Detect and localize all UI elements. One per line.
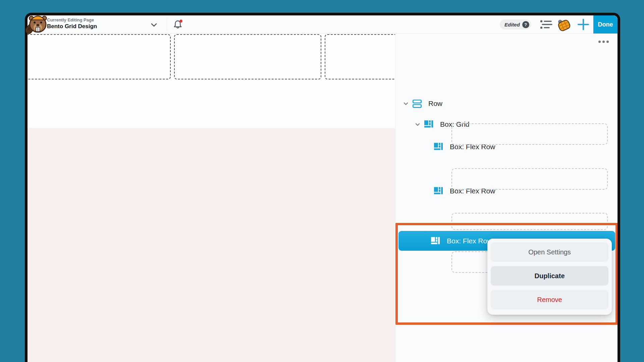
tree-dropzone-3[interactable]: [451, 213, 608, 230]
box-icon: [424, 120, 433, 129]
edited-label: Edited: [504, 22, 520, 27]
chevron-down-icon[interactable]: [402, 100, 410, 107]
outline-list-icon: [540, 19, 552, 30]
beaver-builder-logo: [25, 13, 48, 34]
tree-dropzone-2[interactable]: [451, 168, 608, 190]
top-toolbar: Currently Editing Page Bento Grid Design…: [28, 15, 618, 34]
editor-canvas: [28, 34, 395, 362]
builder-window: Currently Editing Page Bento Grid Design…: [25, 13, 620, 362]
kebab-menu-icon: [598, 41, 601, 43]
menu-item-duplicate[interactable]: Duplicate: [491, 266, 608, 286]
waffle-icon: [557, 18, 572, 32]
tree-item-label: Box: Flex Row: [447, 237, 492, 245]
context-menu: Open Settings Duplicate Remove: [487, 239, 612, 315]
box-icon: [434, 142, 443, 151]
canvas-dropzone[interactable]: [325, 34, 395, 79]
menu-item-remove[interactable]: Remove: [491, 290, 608, 309]
templates-button[interactable]: [556, 17, 572, 32]
tree-item-label: Row: [428, 100, 442, 108]
canvas-dropzone[interactable]: [174, 34, 321, 79]
outline-panel: Row Box: Grid: [395, 34, 618, 362]
chevron-down-icon: [150, 21, 158, 29]
notification-dot: [179, 20, 182, 23]
done-button[interactable]: Done: [593, 15, 618, 34]
row-icon: [412, 99, 422, 108]
context-label: Currently Editing Page: [47, 17, 94, 22]
chevron-down-icon[interactable]: [414, 121, 421, 128]
add-content-button[interactable]: [576, 18, 591, 31]
box-icon: [431, 237, 440, 245]
outline-button[interactable]: [539, 18, 553, 31]
beaver-icon: [25, 13, 48, 34]
canvas-section-pink: [28, 128, 395, 362]
bell-icon: [172, 19, 183, 30]
menu-item-open-settings[interactable]: Open Settings: [491, 242, 608, 262]
tree-item-row[interactable]: Row: [402, 98, 442, 109]
page-title[interactable]: Bento Grid Design: [47, 23, 97, 30]
toolbar-divider: [167, 18, 167, 31]
page-switcher-button[interactable]: [149, 19, 159, 30]
canvas-dropzone[interactable]: [28, 34, 171, 79]
panel-options-button[interactable]: [597, 39, 610, 44]
backdrop: Currently Editing Page Bento Grid Design…: [0, 0, 644, 362]
tree-dropzone-1[interactable]: [451, 123, 608, 145]
box-icon: [434, 187, 443, 195]
edited-badge[interactable]: Edited ?: [500, 19, 531, 29]
help-icon[interactable]: ?: [522, 21, 529, 28]
plus-icon: [577, 18, 589, 31]
notifications-button[interactable]: [171, 18, 184, 31]
